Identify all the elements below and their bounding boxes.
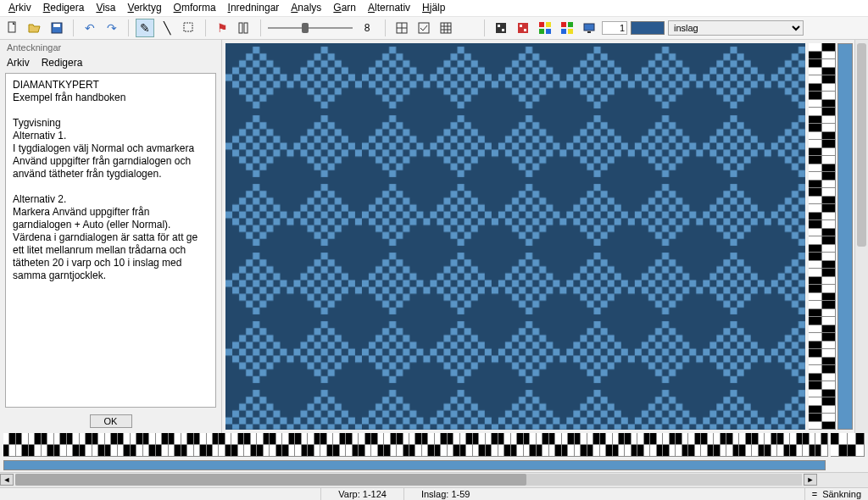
grid-icon[interactable]	[392, 19, 411, 37]
svg-rect-20	[524, 29, 526, 31]
svg-rect-3	[184, 23, 192, 31]
pattern-b-icon[interactable]	[514, 19, 532, 37]
notes-line: Värdena i garndialogen är satta för att …	[13, 231, 209, 282]
menu-redigera[interactable]: Redigera	[43, 2, 85, 14]
save-icon[interactable]	[47, 19, 66, 37]
menu-garn[interactable]: Garn	[333, 2, 356, 14]
svg-rect-50	[225, 43, 805, 430]
notes-title: Anteckningar	[0, 40, 221, 55]
status-sankning: Sänkning	[822, 489, 861, 499]
svg-rect-16	[498, 25, 500, 27]
menu-omforma[interactable]: Omforma	[174, 2, 216, 14]
svg-rect-4	[239, 23, 242, 33]
menu-alternativ[interactable]: Alternativ	[368, 2, 410, 14]
svg-rect-22	[587, 31, 591, 33]
horizontal-scrollbar[interactable]: ◄ ►	[0, 472, 868, 487]
notes-menu-redigera[interactable]: Redigera	[42, 57, 83, 69]
scroll-left-icon[interactable]: ◄	[0, 474, 14, 486]
warp-color-bar[interactable]	[3, 460, 826, 470]
svg-rect-21	[584, 24, 594, 31]
zoom-value: 8	[356, 22, 378, 34]
main-toolbar: ↶ ↷ ✎ ╲ ⚑ 8 inslag	[0, 17, 868, 40]
fabric-simulation[interactable]	[225, 43, 805, 430]
menu-hjalp[interactable]: Hjälp	[422, 2, 445, 14]
menu-arkiv[interactable]: AArkivrkiv	[8, 2, 31, 14]
notes-line: Alternativ 2.	[13, 193, 209, 206]
select-tool-icon[interactable]	[180, 19, 198, 37]
undo-icon[interactable]: ↶	[81, 19, 99, 37]
palette-squares-icon[interactable]	[558, 19, 576, 37]
yarn-type-select[interactable]: inslag	[668, 20, 804, 36]
scroll-right-icon[interactable]: ►	[804, 474, 817, 486]
notes-line: Tygvisning	[13, 117, 209, 130]
color-index-input[interactable]	[602, 21, 627, 35]
treadling-grid[interactable]	[809, 43, 836, 430]
pencil-icon[interactable]: ✎	[136, 19, 154, 37]
svg-rect-19	[520, 25, 522, 27]
vertical-scrollbar[interactable]	[854, 40, 868, 433]
menu-verktyg[interactable]: Verktyg	[128, 2, 162, 14]
threading-grid[interactable]	[3, 433, 827, 457]
notes-panel: Anteckningar Arkiv Redigera DIAMANTKYPER…	[0, 40, 222, 433]
notes-line: Markera Använd uppgifter från garndialog…	[13, 206, 209, 231]
pattern-a-icon[interactable]	[492, 19, 510, 37]
svg-rect-2	[53, 24, 60, 27]
svg-rect-15	[496, 23, 506, 33]
svg-rect-9	[419, 23, 429, 33]
flag-icon[interactable]: ⚑	[213, 19, 231, 37]
notes-line: Alternativ 1.	[13, 130, 209, 142]
table-icon[interactable]	[437, 19, 455, 37]
open-file-icon[interactable]	[25, 19, 44, 37]
menu-analys[interactable]: Analys	[291, 2, 321, 14]
zoom-slider[interactable]	[268, 27, 353, 29]
menu-inredningar[interactable]: Inredningar	[228, 2, 280, 14]
redo-icon[interactable]: ↷	[103, 19, 121, 37]
palette-dots-icon[interactable]	[536, 19, 554, 37]
status-bar: Varp: 1-124 Inslag: 1-59 = Sänkning	[0, 487, 868, 500]
notes-textarea[interactable]: DIAMANTKYPERT Exempel från handboken Tyg…	[5, 73, 216, 408]
svg-rect-5	[244, 23, 248, 33]
weft-color-bar[interactable]	[837, 43, 853, 430]
notes-line: DIAMANTKYPERT	[13, 79, 209, 92]
new-file-icon[interactable]	[3, 19, 22, 37]
svg-rect-10	[441, 23, 451, 33]
notes-menu-arkiv[interactable]: Arkiv	[7, 57, 30, 69]
screen-icon[interactable]	[580, 19, 598, 37]
svg-rect-17	[502, 29, 504, 31]
menu-visa[interactable]: Visa	[96, 2, 115, 14]
notes-ok-button[interactable]: OK	[90, 414, 132, 428]
notes-line: I tygdialogen välj Normal och avmarkera …	[13, 142, 209, 181]
line-tool-icon[interactable]: ╲	[158, 19, 176, 37]
tieup-grid[interactable]	[831, 433, 865, 457]
color-swatch[interactable]	[631, 21, 665, 35]
status-inslag: Inslag: 1-59	[403, 488, 487, 500]
equals-icon: =	[812, 489, 817, 499]
columns-icon[interactable]	[235, 19, 253, 37]
main-menubar: AArkivrkiv Redigera Visa Verktyg Omforma…	[0, 0, 868, 17]
status-varp: Varp: 1-124	[320, 488, 403, 500]
notes-line: Exempel från handboken	[13, 92, 209, 104]
svg-rect-18	[518, 23, 528, 33]
checklist-icon[interactable]	[415, 19, 433, 37]
